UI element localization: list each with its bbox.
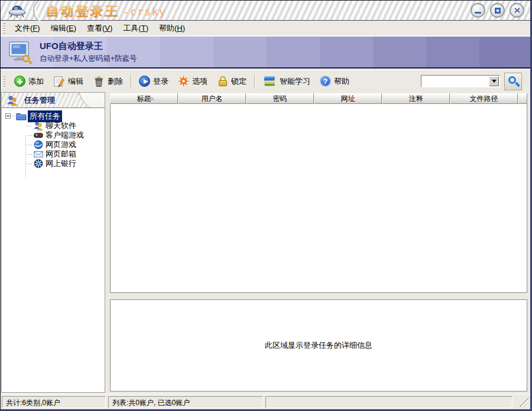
- gamepad-icon: [34, 131, 43, 140]
- window-title: 自动登录王 -crsky: [46, 2, 166, 20]
- app-banner: UFO自动登录王 自动登录+私人密码箱+防盗号: [1, 36, 530, 68]
- menu-edit[interactable]: 编辑(E): [46, 21, 82, 36]
- collapse-icon[interactable]: [5, 113, 11, 119]
- question-circle-icon: ?: [320, 76, 331, 87]
- search-button[interactable]: [504, 73, 522, 90]
- resize-grip[interactable]: [519, 397, 528, 407]
- trash-can-icon: [93, 76, 105, 87]
- menu-view[interactable]: 查看(V): [82, 21, 118, 36]
- pencil-document-icon: [53, 76, 65, 87]
- detail-placeholder: 此区域显示登录任务的详细信息: [265, 340, 372, 351]
- titlebar[interactable]: 自动登录王 -crsky ×: [1, 1, 530, 21]
- minimize-icon: [475, 12, 481, 14]
- tree-item-online-banking[interactable]: 网上银行: [2, 159, 105, 168]
- menu-tools[interactable]: 工具(T): [118, 21, 154, 36]
- detail-panel: 此区域显示登录任务的详细信息: [110, 299, 527, 392]
- delete-button[interactable]: 删除: [88, 73, 128, 90]
- toolbar-grip[interactable]: [4, 76, 5, 87]
- computer-key-icon: [8, 41, 33, 64]
- minimize-button[interactable]: [471, 3, 485, 18]
- column-header-url[interactable]: 网址: [314, 93, 382, 104]
- help-button[interactable]: ? 帮助: [315, 73, 354, 89]
- app-title-suffix: -crsky: [123, 6, 166, 18]
- maximize-button[interactable]: [490, 3, 505, 18]
- task-list-area: 标题 用户名 密码 网址 注释 文件路径 此区域显示登录任务的详细信息: [110, 92, 527, 393]
- banner-title: UFO自动登录王: [40, 41, 103, 52]
- two-people-icon: [7, 95, 18, 106]
- close-button[interactable]: ×: [510, 3, 524, 18]
- search-dropdown-button[interactable]: [489, 76, 499, 86]
- gear-burst-icon: [178, 76, 189, 87]
- globe-icon: [34, 140, 43, 149]
- menu-file[interactable]: 文件(F): [9, 21, 46, 36]
- column-header-title[interactable]: 标题: [110, 93, 178, 104]
- column-header-username[interactable]: 用户名: [178, 93, 246, 104]
- banner-subtitle: 自动登录+私人密码箱+防盗号: [40, 54, 137, 64]
- tree-item-client-games[interactable]: 客户端游戏: [2, 131, 105, 140]
- chat-users-icon: [34, 121, 43, 131]
- close-icon: ×: [514, 5, 520, 15]
- vertical-splitter[interactable]: [105, 92, 110, 393]
- app-window: 自动登录王 -crsky × 文件(F) 编辑(E) 查看(V) 工具(T) 帮…: [0, 0, 532, 411]
- toolbar: 添加 编辑 删除 登录: [1, 70, 530, 92]
- search-area: [421, 73, 530, 90]
- toolbar-separator: [131, 74, 131, 89]
- header-swoosh: [76, 93, 105, 108]
- play-circle-icon: [139, 76, 150, 87]
- statusbar: 共计:6类别,0账户 列表:共0账户, 已选0账户: [1, 394, 530, 409]
- table-header: 标题 用户名 密码 网址 注释 文件路径: [110, 93, 527, 104]
- column-header-filler: [518, 93, 527, 104]
- smart-learn-button[interactable]: 智能学习: [258, 73, 315, 90]
- search-input[interactable]: [422, 76, 488, 86]
- padlock-icon: [217, 76, 228, 86]
- horizontal-splitter[interactable]: [110, 293, 527, 299]
- task-panel-header: 任务管理: [2, 93, 105, 108]
- tree-item-web-mail[interactable]: 网页邮箱: [2, 149, 105, 159]
- edit-button[interactable]: 编辑: [48, 73, 88, 90]
- lock-button[interactable]: 锁定: [212, 74, 251, 89]
- sort-ascending-icon: [149, 97, 155, 100]
- folder-icon: [16, 112, 27, 120]
- column-header-comment[interactable]: 注释: [382, 93, 450, 104]
- menubar: 文件(F) 编辑(E) 查看(V) 工具(T) 帮助(H): [1, 21, 530, 36]
- app-title: 自动登录王: [46, 2, 119, 20]
- tree-root-all-tasks[interactable]: 所有任务: [2, 111, 105, 121]
- book-icon: [262, 76, 277, 87]
- titlebar-divider: [29, 1, 42, 21]
- column-header-password[interactable]: 密码: [246, 93, 314, 104]
- mail-icon: [34, 149, 43, 159]
- task-panel-title: 任务管理: [24, 95, 55, 106]
- column-header-filepath[interactable]: 文件路径: [450, 93, 518, 104]
- tree-item-chat[interactable]: 聊天软件: [2, 121, 105, 131]
- status-list: 列表:共0账户, 已选0账户: [108, 396, 263, 408]
- options-button[interactable]: 选项: [173, 73, 212, 89]
- maximize-icon: [495, 8, 501, 14]
- task-panel: 任务管理 所有任务 聊天软件: [1, 92, 105, 393]
- ufo-icon: [7, 4, 28, 19]
- status-total: 共计:6类别,0账户: [2, 396, 106, 408]
- window-controls: ×: [471, 3, 524, 18]
- menubar-grip[interactable]: [4, 23, 5, 34]
- wheel-gear-icon: [34, 159, 43, 168]
- login-button[interactable]: 登录: [134, 73, 173, 89]
- tree-item-web-games[interactable]: 网页游戏: [2, 140, 105, 149]
- add-button[interactable]: 添加: [9, 73, 48, 89]
- category-tree: 所有任务 聊天软件: [2, 108, 105, 168]
- task-list-body[interactable]: [110, 104, 527, 293]
- toolbar-separator: [254, 74, 255, 89]
- plus-circle-icon: [14, 76, 25, 87]
- chevron-down-icon: [492, 80, 497, 83]
- menu-help[interactable]: 帮助(H): [154, 21, 190, 36]
- search-combo: [421, 75, 500, 87]
- status-extra: [265, 396, 512, 408]
